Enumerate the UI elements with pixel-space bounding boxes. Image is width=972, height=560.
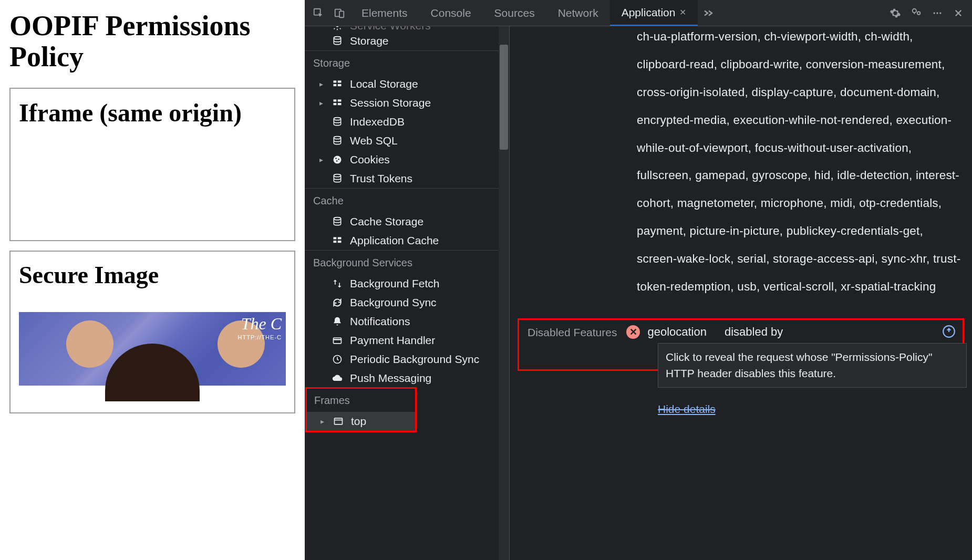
sidebar-item-trust-tokens[interactable]: ▸ Trust Tokens: [305, 169, 509, 188]
sidebar-item-service-workers[interactable]: ▸ Service Workers: [305, 26, 509, 32]
close-icon[interactable]: ✕: [679, 7, 686, 17]
inspect-icon[interactable]: [308, 3, 329, 24]
database-icon: [331, 35, 344, 47]
tab-console[interactable]: Console: [419, 0, 483, 26]
sidebar-item-bg-fetch[interactable]: ▸ Background Fetch: [305, 274, 509, 293]
devtools-panel: Elements Console Sources Network Applica…: [305, 0, 972, 560]
tab-network[interactable]: Network: [546, 0, 610, 26]
database-icon: [331, 134, 344, 147]
sidebar-label: Periodic Background Sync: [350, 353, 479, 366]
bell-icon: [331, 315, 344, 328]
svg-point-20: [334, 156, 342, 164]
database-icon: [331, 116, 344, 128]
sidebar-item-websql[interactable]: ▸ Web SQL: [305, 131, 509, 150]
svg-point-21: [335, 158, 337, 159]
svg-rect-2: [339, 11, 344, 17]
svg-rect-14: [334, 99, 337, 101]
banner-image: The C HTTP://THE-C: [19, 312, 286, 386]
svg-rect-26: [334, 237, 337, 239]
devtools-tabstrip: Elements Console Sources Network Applica…: [305, 0, 972, 26]
frame-detail-pane: ch-ua-platform-version, ch-viewport-widt…: [510, 26, 972, 560]
svg-rect-30: [334, 338, 342, 344]
svg-rect-16: [334, 103, 337, 105]
reveal-network-icon[interactable]: [942, 324, 956, 339]
svg-rect-27: [338, 237, 342, 239]
swap-icon: [331, 277, 344, 290]
sidebar-item-push[interactable]: ▸ Push Messaging: [305, 369, 509, 388]
disabled-feature-name: geolocation: [647, 325, 707, 339]
svg-point-25: [334, 217, 340, 220]
svg-rect-11: [338, 80, 342, 82]
grid-icon: [331, 97, 344, 109]
sidebar-item-application-cache[interactable]: ▸ Application Cache: [305, 231, 509, 250]
svg-point-9: [334, 37, 340, 39]
allowed-features-list: ch-ua-platform-version, ch-viewport-widt…: [637, 26, 964, 301]
sidebar-label: Background Sync: [350, 296, 437, 309]
sidebar-label: Application Cache: [350, 234, 439, 247]
tab-application[interactable]: Application ✕: [610, 0, 698, 26]
sidebar-label: Notifications: [350, 315, 410, 328]
sidebar-label: Local Storage: [350, 78, 418, 90]
sidebar-item-indexeddb[interactable]: ▸ IndexedDB: [305, 112, 509, 131]
svg-point-4: [917, 12, 921, 15]
sidebar-item-periodic-sync[interactable]: ▸ Periodic Background Sync: [305, 350, 509, 369]
cookie-icon: [331, 153, 344, 166]
svg-point-3: [913, 8, 916, 12]
more-tabs-icon[interactable]: [698, 3, 719, 24]
svg-rect-10: [334, 80, 337, 82]
sidebar-label: Payment Handler: [350, 334, 435, 347]
sidebar-item-cache-storage[interactable]: ▸ Cache Storage: [305, 212, 509, 231]
scrollbar-thumb[interactable]: [500, 45, 508, 150]
svg-rect-29: [338, 241, 342, 243]
tab-elements[interactable]: Elements: [350, 0, 419, 26]
close-devtools-icon[interactable]: [948, 3, 969, 24]
sidebar-label: Web SQL: [350, 134, 398, 147]
sidebar-label: Push Messaging: [350, 372, 431, 385]
gear-icon[interactable]: [885, 3, 906, 24]
sidebar-group-bg-services: Background Services: [305, 250, 509, 274]
disabled-features-row: Disabled Features ✕ geolocation disabled…: [518, 319, 964, 370]
feedback-icon[interactable]: [906, 3, 927, 24]
sidebar-label: Trust Tokens: [350, 172, 412, 185]
banner-title: The C: [241, 314, 282, 334]
database-icon: [331, 215, 344, 228]
tab-sources[interactable]: Sources: [483, 0, 546, 26]
sidebar-item-storage[interactable]: ▸ Storage: [305, 32, 509, 50]
sidebar-item-notifications[interactable]: ▸ Notifications: [305, 312, 509, 331]
sidebar-group-cache: Cache: [305, 188, 509, 212]
svg-rect-12: [334, 84, 337, 86]
disabled-features-label: Disabled Features: [528, 325, 617, 339]
kebab-icon[interactable]: [927, 3, 948, 24]
application-sidebar: ▸ Service Workers ▸ Storage Storage ▸ Lo…: [305, 26, 510, 560]
svg-rect-13: [338, 84, 342, 86]
disabled-reason: disabled by: [725, 325, 783, 339]
sidebar-group-frames: Frames: [306, 388, 416, 412]
error-icon: ✕: [626, 325, 640, 339]
iframe-heading: Iframe (same origin): [19, 98, 286, 127]
sidebar-label: Service Workers: [350, 26, 431, 32]
sidebar-item-cookies[interactable]: ▸ Cookies: [305, 150, 509, 169]
svg-point-19: [334, 137, 340, 139]
scrollbar-track[interactable]: [499, 26, 509, 560]
sidebar-label: IndexedDB: [350, 116, 405, 128]
secure-image-heading: Secure Image: [19, 261, 286, 289]
sidebar-item-bg-sync[interactable]: ▸ Background Sync: [305, 293, 509, 312]
sidebar-label: Storage: [350, 35, 389, 47]
window-icon: [332, 415, 345, 428]
grid-icon: [331, 234, 344, 247]
sidebar-group-storage: Storage: [305, 50, 509, 75]
sidebar-label: Cookies: [350, 153, 390, 166]
device-toolbar-icon[interactable]: [329, 3, 350, 24]
sidebar-item-payment-handler[interactable]: ▸ Payment Handler: [305, 331, 509, 350]
sync-icon: [331, 296, 344, 309]
sidebar-label: Session Storage: [350, 97, 431, 109]
sidebar-item-session-storage[interactable]: ▸ Session Storage: [305, 94, 509, 112]
sidebar-label: Cache Storage: [350, 215, 423, 228]
sidebar-item-frame-top[interactable]: ▸ top: [306, 412, 416, 431]
tab-application-label: Application: [622, 6, 676, 19]
hide-details-link[interactable]: Hide details: [658, 403, 716, 416]
secure-image-frame: Secure Image The C HTTP://THE-C: [9, 251, 295, 413]
svg-rect-15: [338, 99, 342, 101]
clock-icon: [331, 353, 344, 366]
sidebar-item-local-storage[interactable]: ▸ Local Storage: [305, 75, 509, 94]
